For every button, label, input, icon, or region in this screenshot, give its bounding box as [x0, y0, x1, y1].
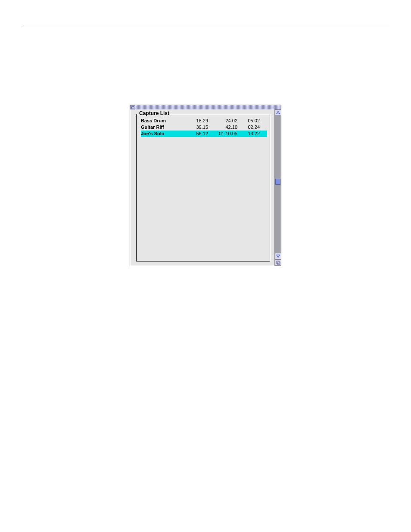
row-name: Bass Drum [141, 118, 187, 124]
svg-rect-1 [277, 262, 280, 264]
row-duration: 05.02 [237, 118, 260, 124]
capture-list-rows: Bass Drum 18.29 24.02 05.02 Guitar Riff … [137, 114, 270, 140]
resize-corner[interactable] [275, 259, 281, 266]
vertical-scrollbar[interactable] [274, 109, 281, 266]
window-titlebar[interactable] [130, 105, 281, 109]
scroll-up-button[interactable] [275, 109, 281, 116]
row-start: 39.15 [187, 124, 208, 131]
row-name: Joe's Solo [141, 131, 187, 137]
capture-list-fieldset: Capture List Bass Drum 18.29 24.02 05.02… [136, 114, 270, 261]
arrow-up-icon [276, 111, 280, 115]
arrow-down-icon [276, 254, 280, 258]
svg-rect-0 [277, 261, 279, 264]
list-row[interactable]: Guitar Riff 39.15 42.10 02.24 [141, 124, 267, 131]
row-start: 56.12 [187, 131, 208, 137]
row-duration: 02.24 [237, 124, 260, 131]
row-end: 42.10 [208, 124, 237, 131]
window-menu-icon[interactable] [130, 105, 135, 109]
content-area: Capture List Bass Drum 18.29 24.02 05.02… [130, 109, 274, 266]
scroll-down-button[interactable] [275, 253, 281, 259]
scroll-thumb[interactable] [275, 179, 280, 185]
window-body: Capture List Bass Drum 18.29 24.02 05.02… [130, 109, 281, 266]
row-name: Guitar Riff [141, 124, 187, 131]
list-row[interactable]: Joe's Solo 56.12 01:10.05 13.22 [141, 131, 267, 137]
scroll-track[interactable] [275, 116, 281, 253]
capture-list-window: Capture List Bass Drum 18.29 24.02 05.02… [130, 105, 281, 266]
fieldset-legend: Capture List [138, 110, 170, 116]
row-duration: 13.22 [237, 131, 260, 137]
list-row[interactable]: Bass Drum 18.29 24.02 05.02 [141, 118, 267, 124]
row-start: 18.29 [187, 118, 208, 124]
row-end: 01:10.05 [208, 131, 237, 137]
top-rule [22, 27, 389, 27]
resize-icon [276, 261, 280, 265]
row-end: 24.02 [208, 118, 237, 124]
